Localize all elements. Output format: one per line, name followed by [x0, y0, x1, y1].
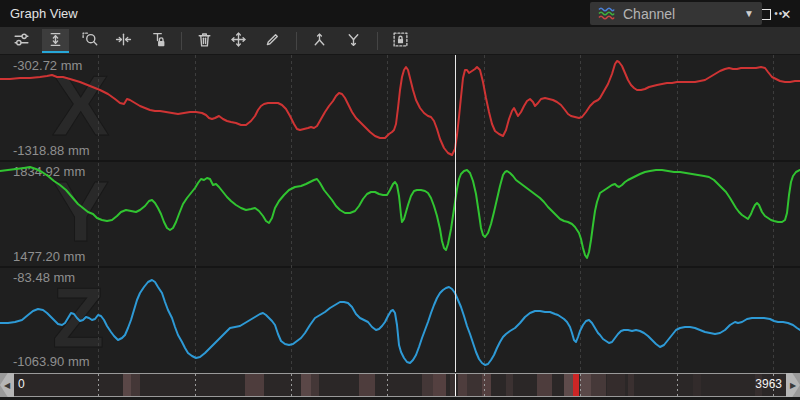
- more-options-button[interactable]: •••: [768, 2, 794, 25]
- axis-max-label: -83.48 mm: [13, 270, 75, 285]
- timeline-gridline: [484, 374, 485, 396]
- merge-icon: [311, 31, 328, 48]
- toolbar-button-region-lock[interactable]: [387, 29, 414, 53]
- toolbar-button-lock-value[interactable]: [144, 29, 171, 53]
- region-lock-icon: [392, 31, 409, 48]
- toolbar-separator: [377, 32, 378, 50]
- toolbar-button-move[interactable]: [225, 29, 252, 53]
- lock-value-icon: [149, 31, 166, 48]
- timeline-gridline: [291, 374, 292, 396]
- toolbar-button-zoom-region[interactable]: [76, 29, 103, 53]
- toolbar-button-pencil[interactable]: [259, 29, 286, 53]
- graph-panel-x[interactable]: X-302.72 mm-1318.88 mm: [0, 55, 800, 161]
- axis-max-label: 1834.92 mm: [13, 164, 85, 179]
- fit-vertical-icon: [47, 31, 64, 48]
- graph-panel-z[interactable]: Z-83.48 mm-1063.90 mm: [0, 267, 800, 372]
- window-title: Graph View: [10, 6, 78, 21]
- timeline-scrubber[interactable]: ◀ ▶ 0 3963: [0, 373, 800, 397]
- channel-waves-icon: [598, 6, 615, 21]
- toolbar-button-fit-vertical[interactable]: [42, 29, 69, 53]
- graph-panel-y[interactable]: Y1834.92 mm1477.20 mm: [0, 161, 800, 267]
- pencil-icon: [264, 31, 281, 48]
- timeline-activity-band: [301, 374, 311, 396]
- panel-divider: [0, 160, 800, 162]
- watermark-letter: X: [52, 62, 109, 148]
- timeline-gridline: [387, 374, 388, 396]
- timeline-left-arrow-icon[interactable]: ◀: [0, 373, 14, 397]
- timeline-playhead[interactable]: [455, 374, 456, 396]
- graph-area[interactable]: X-302.72 mm-1318.88 mmY1834.92 mm1477.20…: [0, 55, 800, 372]
- timeline-activity-band: [607, 374, 625, 396]
- timeline-activity-band: [245, 374, 264, 396]
- timeline-right-arrow-icon[interactable]: ▶: [786, 373, 800, 397]
- channel-selector-label: Channel: [623, 6, 744, 22]
- filter-sliders-icon: [13, 31, 30, 48]
- panel-divider: [0, 266, 800, 268]
- timeline-gridline: [98, 374, 99, 396]
- timeline-gridline: [580, 374, 581, 396]
- toolbar-button-split[interactable]: [340, 29, 367, 53]
- timeline-gridline: [677, 374, 678, 396]
- timeline-activity-band: [591, 374, 606, 396]
- timeline-activity-band: [506, 374, 513, 396]
- timeline-start-frame: 0: [18, 377, 25, 391]
- toolbar-separator: [296, 32, 297, 50]
- timeline-activity-band: [458, 374, 467, 396]
- timeline-activity-band: [422, 374, 433, 396]
- timeline-track[interactable]: [14, 374, 786, 396]
- timeline-activity-band: [131, 374, 140, 396]
- timeline-activity-band: [628, 374, 634, 396]
- timeline-activity-band: [359, 374, 375, 396]
- zoom-region-icon: [81, 31, 98, 48]
- timeline-activity-band: [537, 374, 552, 396]
- timeline-activity-band: [693, 374, 701, 396]
- toolbar-button-merge[interactable]: [306, 29, 333, 53]
- chevron-down-icon[interactable]: ▼: [744, 8, 754, 19]
- channel-selector[interactable]: Channel ▼: [590, 2, 762, 25]
- toolbar-button-trash[interactable]: [191, 29, 218, 53]
- watermark-letter: Y: [52, 168, 109, 254]
- timeline-activity-band: [433, 374, 446, 396]
- timeline-activity-band: [467, 374, 482, 396]
- toolbar: [0, 27, 800, 55]
- timeline-activity-band: [564, 374, 573, 396]
- timeline-activity-band: [580, 374, 591, 396]
- axis-min-label: -1318.88 mm: [13, 143, 90, 158]
- fit-horizontal-icon: [115, 31, 132, 48]
- timeline-gridline: [195, 374, 196, 396]
- watermark-letter: Z: [52, 273, 105, 359]
- timeline-activity-band: [311, 374, 319, 396]
- toolbar-separator: [181, 32, 182, 50]
- toolbar-button-filter-sliders[interactable]: [8, 29, 35, 53]
- axis-max-label: -302.72 mm: [13, 58, 82, 73]
- axis-min-label: 1477.20 mm: [13, 249, 85, 264]
- toolbar-button-fit-horizontal[interactable]: [110, 29, 137, 53]
- timeline-activity-band: [573, 374, 579, 396]
- split-icon: [345, 31, 362, 48]
- move-icon: [230, 31, 247, 48]
- timeline-end-frame: 3963: [755, 377, 782, 391]
- timeline-activity-band: [123, 374, 131, 396]
- axis-min-label: -1063.90 mm: [13, 354, 90, 369]
- graph-view-window: Graph View ✕ Channel ▼ ••• X-302.72 mm-1…: [0, 0, 800, 400]
- trash-icon: [196, 31, 213, 48]
